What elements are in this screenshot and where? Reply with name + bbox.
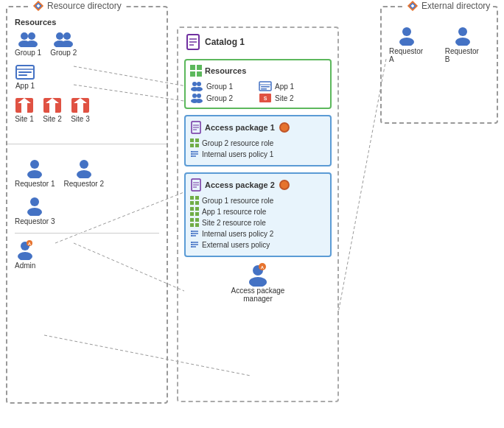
resource-directory-label: Resource directory [29, 0, 125, 12]
app1-icon [15, 64, 35, 80]
svg-line-3 [337, 59, 386, 317]
admin-item: A Admin [15, 239, 35, 270]
group2-label: Group 2 [50, 49, 77, 57]
sites-row: S Site 1 S Site 2 S [15, 97, 159, 123]
group2-icon-item: Group 2 [50, 31, 77, 57]
ap2-item-1: App 1 resource role [190, 207, 326, 216]
svg-rect-64 [190, 144, 194, 147]
ap1-resource-icon [190, 138, 199, 147]
cat-app1-icon [259, 81, 272, 91]
group1-icon [17, 31, 39, 47]
ap1-medal [279, 122, 290, 133]
svg-rect-85 [195, 218, 199, 222]
svg-point-26 [30, 160, 39, 169]
svg-point-27 [27, 170, 42, 178]
ap2-res3-icon [190, 218, 199, 227]
svg-rect-80 [190, 207, 194, 211]
ap2-pol1-icon [190, 229, 199, 238]
manager-icon: A [246, 263, 270, 287]
svg-rect-77 [195, 196, 199, 200]
catalog-resources-header: Resources [190, 65, 326, 77]
svg-point-99 [191, 246, 192, 248]
requestorA-label: Requestor A [389, 47, 424, 63]
svg-text:S: S [264, 96, 267, 101]
ap2-item-3: Internal users policy 2 [190, 229, 326, 238]
resources-label: Resources [15, 18, 159, 27]
svg-point-97 [191, 242, 192, 243]
svg-point-69 [191, 151, 192, 152]
requestors-section: Requestor 1 Requestor 2 Requestor [7, 150, 167, 284]
app1-icon-item: App 1 [15, 64, 35, 90]
site3-icon: S [71, 97, 90, 113]
external-directory: External directory Requestor A Requestor… [380, 6, 498, 124]
catalog-header: Catalog 1 [178, 28, 337, 53]
svg-rect-41 [197, 65, 202, 70]
svg-point-109 [455, 38, 470, 46]
divider1 [7, 144, 167, 144]
external-directory-label: External directory [404, 0, 493, 12]
svg-rect-40 [190, 65, 195, 70]
resource-directory: Resource directory Resources Group 1 [6, 6, 168, 404]
svg-point-13 [63, 32, 71, 40]
ap2-item-2: Site 2 resource role [190, 218, 326, 227]
svg-rect-42 [190, 71, 195, 77]
ap2-res1-icon [190, 196, 199, 205]
svg-rect-18 [18, 71, 32, 73]
requestors-row2: Requestor 3 [15, 195, 159, 225]
site1-icon-item: S Site 1 [15, 97, 34, 123]
svg-rect-86 [190, 223, 194, 227]
ap2-item-4: External users policy [190, 240, 326, 249]
access-package-1: Access package 1 Group 2 resource role [184, 115, 332, 166]
cat-app1: App 1 [259, 81, 326, 91]
app-row: App 1 [15, 64, 159, 90]
divider2 [15, 233, 159, 234]
access-package-2: Access package 2 Group 1 resource role [184, 172, 332, 257]
groups-row: Group 1 Group 2 [15, 31, 159, 57]
cat-site2-icon: S [259, 93, 272, 103]
admin-icon: A [15, 239, 35, 260]
app1-label: App 1 [15, 82, 35, 90]
requestor2-label: Requestor 2 [63, 180, 103, 188]
svg-rect-78 [190, 201, 194, 205]
cat-group2: Group 2 [190, 93, 257, 103]
svg-text:A: A [28, 242, 32, 246]
group1-label: Group 1 [15, 49, 41, 57]
svg-point-30 [30, 197, 39, 206]
svg-point-92 [191, 233, 192, 234]
svg-rect-43 [197, 71, 202, 77]
catalog-resources-box: Resources Group 1 [184, 59, 332, 109]
ap2-header: Access package 2 [190, 178, 326, 192]
svg-point-12 [56, 32, 63, 40]
admin-row: A Admin [15, 239, 159, 270]
svg-rect-50 [261, 86, 270, 88]
svg-rect-19 [18, 74, 27, 76]
svg-point-93 [191, 235, 192, 236]
requestorA-item: Requestor A [389, 25, 424, 63]
svg-point-33 [18, 252, 32, 260]
svg-point-29 [77, 170, 91, 178]
requestor1-label: Requestor 1 [15, 180, 55, 188]
site2-label: Site 2 [43, 115, 62, 123]
site1-icon: S [15, 97, 34, 113]
svg-point-108 [458, 27, 467, 36]
requestor2-item: Requestor 2 [63, 158, 103, 188]
ext-diamond-icon [407, 0, 419, 12]
ap1-icon [190, 121, 202, 134]
svg-rect-79 [195, 201, 199, 205]
manager-label: Access packagemanager [231, 287, 285, 303]
catalog-icon [186, 34, 200, 50]
svg-rect-65 [195, 144, 199, 147]
svg-rect-84 [190, 218, 194, 222]
site3-label: Site 3 [71, 115, 90, 123]
catalog-title: Catalog 1 [205, 37, 245, 47]
ap1-header: Access package 1 [190, 121, 326, 134]
catalog-box: Catalog 1 Resources [177, 27, 339, 402]
requestor1-item: Requestor 1 [15, 158, 55, 188]
cat-group1-icon [190, 81, 203, 91]
svg-rect-81 [195, 207, 199, 211]
catalog-resources-grid: Group 1 App 1 [190, 81, 326, 103]
svg-point-9 [28, 32, 35, 40]
cat-site2: S Site 2 [259, 93, 326, 103]
svg-point-31 [27, 208, 42, 216]
group1-icon-item: Group 1 [15, 31, 41, 57]
